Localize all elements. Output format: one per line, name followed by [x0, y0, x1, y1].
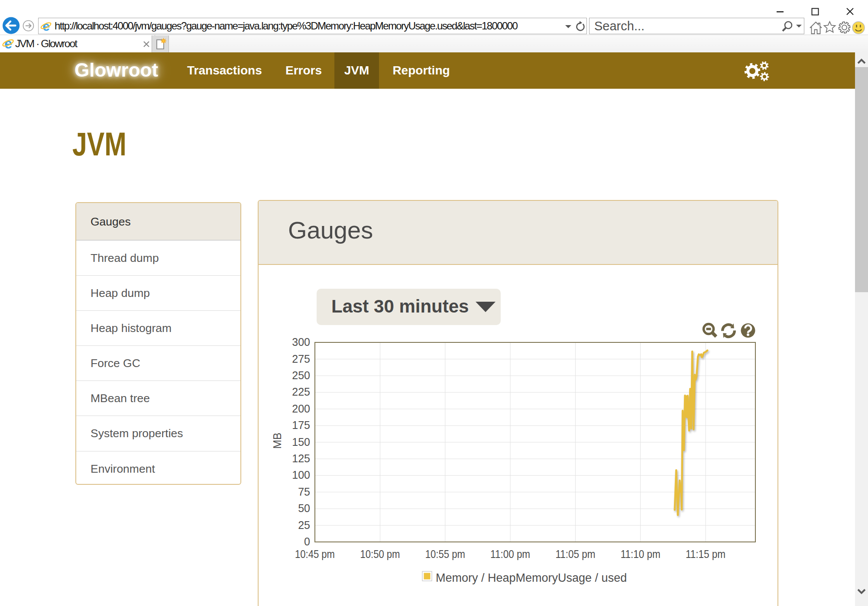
- svg-text:10:45 pm: 10:45 pm: [295, 548, 335, 560]
- svg-text:300: 300: [292, 336, 310, 348]
- svg-text:MB: MB: [271, 432, 283, 449]
- svg-text:175: 175: [292, 419, 310, 431]
- svg-text:10:55 pm: 10:55 pm: [425, 548, 465, 560]
- svg-text:125: 125: [292, 452, 310, 464]
- svg-text:75: 75: [298, 486, 310, 498]
- svg-text:11:00 pm: 11:00 pm: [490, 548, 530, 560]
- svg-text:100: 100: [292, 469, 310, 481]
- svg-text:11:05 pm: 11:05 pm: [555, 548, 595, 560]
- svg-text:275: 275: [292, 353, 310, 365]
- svg-text:11:15 pm: 11:15 pm: [686, 548, 725, 560]
- svg-text:50: 50: [298, 502, 310, 514]
- svg-text:Memory / HeapMemoryUsage / use: Memory / HeapMemoryUsage / used: [436, 571, 627, 584]
- svg-text:10:50 pm: 10:50 pm: [360, 548, 400, 560]
- svg-text:150: 150: [292, 436, 310, 448]
- svg-text:0: 0: [304, 535, 310, 548]
- svg-text:250: 250: [292, 369, 310, 381]
- svg-text:25: 25: [298, 519, 310, 531]
- svg-text:11:10 pm: 11:10 pm: [621, 548, 661, 560]
- svg-text:200: 200: [292, 403, 310, 415]
- svg-text:225: 225: [292, 386, 310, 398]
